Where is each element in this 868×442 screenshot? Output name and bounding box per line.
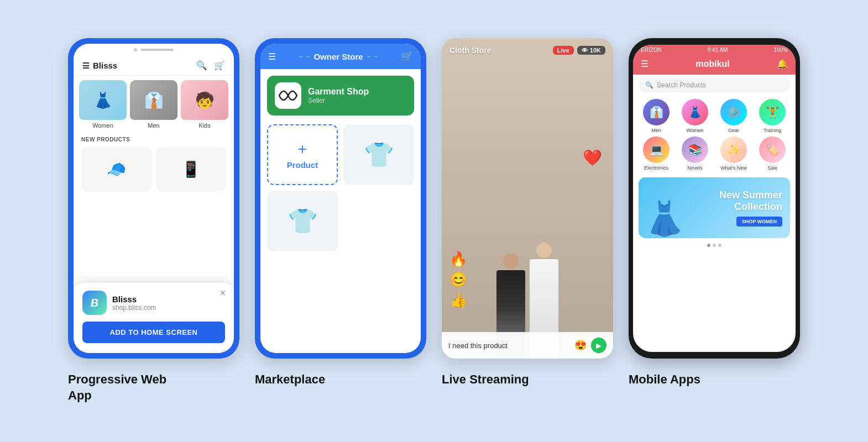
live-chat-input[interactable]: I need this product [448, 341, 570, 350]
pwa-cat-men[interactable]: 👔 Men [130, 80, 177, 129]
statusbar-line [140, 49, 174, 51]
ma-bell-icon[interactable]: 🔔 [777, 59, 788, 69]
mobileapp-phone-frame: ERIZON 9:41 AM 100% ☰ mobikul 🔔 🔍 Search… [629, 38, 800, 359]
ma-dot-2[interactable] [713, 244, 716, 247]
mp-seller-logo [275, 82, 301, 109]
ma-cat-sale[interactable]: 🏷️ Sale [755, 136, 790, 171]
pwa-add-to-home-overlay: ✕ B Blisss shop.bliss.com ADD TO HOME SC… [74, 283, 234, 353]
search-icon[interactable]: 🔍 [196, 60, 207, 71]
mp-hamburger-icon[interactable]: ☰ [268, 51, 276, 62]
ma-cat-men[interactable]: 👔 Men [639, 99, 674, 133]
ma-dot-3[interactable] [718, 244, 721, 247]
ma-cat-electronics[interactable]: 💻 Electronics [639, 136, 674, 171]
mp-products-grid: + Product 👕 👕 [260, 122, 421, 254]
mp-seller-info: Garment Shop Seller [308, 87, 369, 104]
cat-women-label: Women [79, 122, 127, 129]
emoji-fire: 🔥 [449, 251, 467, 268]
ma-banner-text: New SummerCollection SHOP WOMEN [719, 190, 782, 227]
live-chat-bar: I need this product 😍 ▶ [442, 332, 613, 359]
cart-icon[interactable]: 🛒 [214, 60, 225, 71]
feature-mobileapp: ERIZON 9:41 AM 100% ☰ mobikul 🔔 🔍 Search… [629, 38, 800, 388]
ma-banner[interactable]: 👗 New SummerCollection SHOP WOMEN [639, 177, 790, 238]
ma-cat-men-icon: 👔 [643, 99, 670, 125]
ma-cat-gear[interactable]: ⚙️ Gear [716, 99, 751, 133]
pwa-overlay-content: B Blisss shop.bliss.com [82, 291, 225, 315]
ma-header: ☰ mobikul 🔔 [633, 55, 796, 75]
marketplace-phone-inner: ☰ ←→ Owner Store ←→ 🛒 [260, 44, 421, 353]
eye-icon: 👁 [582, 47, 588, 54]
ma-carrier: ERIZON [641, 47, 662, 53]
pwa-app-name-header: Blisss [93, 61, 117, 70]
mp-header: ☰ ←→ Owner Store ←→ 🛒 [260, 44, 421, 69]
person1-head [503, 254, 519, 269]
mp-arrow-right: ←→ [367, 53, 379, 60]
ma-cat-women-label: Women [687, 128, 704, 133]
mp-add-icon: + [298, 140, 307, 158]
ma-cat-whatsnew-label: What's New [720, 165, 747, 171]
ma-dot-1[interactable] [707, 244, 710, 247]
ma-cat-sale-label: Sale [767, 165, 777, 171]
ma-cat-electronics-label: Electronics [644, 165, 668, 171]
ma-cat-electronics-icon: 💻 [643, 136, 670, 163]
mp-cart-icon[interactable]: 🛒 [401, 50, 413, 62]
overlay-app-name: Blisss [112, 294, 156, 304]
mp-add-label: Product [287, 160, 318, 170]
pwa-statusbar [74, 44, 234, 56]
mobileapp-phone-inner: ERIZON 9:41 AM 100% ☰ mobikul 🔔 🔍 Search… [633, 45, 796, 352]
person2-head [536, 243, 552, 258]
mobileapp-feature-label: Mobile Apps [629, 372, 700, 388]
emoji-thumbsup: 👍 [449, 292, 467, 309]
ma-banner-title: New SummerCollection [719, 190, 782, 213]
emoji-happy: 😊 [449, 271, 467, 288]
pwa-phone-inner: ☰ Blisss 🔍 🛒 👗 Women 👔 Men [74, 44, 234, 353]
ma-cat-training-icon: 🏋️ [759, 99, 786, 125]
live-phone-frame: Cloth Store Live 👁 10K ❤️ 🔥 😊 👍 [442, 38, 613, 359]
ma-banner-button[interactable]: SHOP WOMEN [736, 217, 782, 227]
bliss-app-icon: B [82, 291, 107, 315]
pwa-cat-kids[interactable]: 🧒 Kids [181, 80, 228, 129]
mp-seller-tag: Seller [308, 97, 369, 104]
ma-cat-gear-label: Gear [728, 128, 739, 133]
live-header: Cloth Store Live 👁 10K [449, 46, 605, 55]
ma-statusbar: ERIZON 9:41 AM 100% [633, 45, 796, 55]
mp-add-product[interactable]: + Product [267, 124, 338, 185]
pwa-header: ☰ Blisss 🔍 🛒 [74, 56, 234, 76]
pwa-phone-frame: ☰ Blisss 🔍 🛒 👗 Women 👔 Men [68, 38, 239, 359]
cat-kids-label: Kids [181, 122, 228, 129]
ma-cat-men-label: Men [651, 128, 661, 133]
tshirt-icon-1: 👕 [364, 140, 394, 169]
mp-product-card-1[interactable]: 👕 [343, 124, 414, 185]
marketplace-feature-label: Marketplace [255, 372, 325, 388]
ma-banner-figure: 👗 [644, 199, 686, 238]
overlay-close-button[interactable]: ✕ [219, 288, 226, 297]
cat-kids-img: 🧒 [181, 80, 228, 120]
hamburger-icon[interactable]: ☰ [82, 61, 90, 70]
ma-cat-women-icon: 👗 [682, 99, 708, 125]
ma-cat-whatsnew[interactable]: ✨ What's New [716, 136, 751, 171]
pwa-product-2[interactable]: 📱 [156, 147, 226, 191]
pwa-app-info: Blisss shop.bliss.com [112, 294, 156, 312]
ma-cat-training[interactable]: 🏋️ Training [755, 99, 790, 133]
feature-marketplace: ☰ ←→ Owner Store ←→ 🛒 [255, 38, 426, 388]
live-badges: Live 👁 10K [553, 46, 605, 55]
ma-categories: 👔 Men 👗 Women ⚙️ Gear 🏋️ Training [633, 96, 796, 174]
pwa-header-left: ☰ Blisss [82, 61, 117, 70]
marketplace-phone-frame: ☰ ←→ Owner Store ←→ 🛒 [255, 38, 426, 359]
ma-cat-novels-icon: 📚 [682, 136, 708, 163]
live-emojis: 🔥 😊 👍 [449, 251, 467, 309]
statusbar-dot-1 [134, 48, 137, 51]
add-to-home-button[interactable]: ADD TO HOME SCREEN [82, 322, 225, 343]
ma-cat-women[interactable]: 👗 Women [677, 99, 713, 133]
ma-search-bar[interactable]: 🔍 Search Products [639, 78, 790, 92]
live-send-button[interactable]: ▶ [591, 338, 606, 353]
ma-cat-whatsnew-icon: ✨ [720, 136, 747, 163]
ma-cat-novels[interactable]: 📚 Novels [677, 136, 713, 171]
cat-men-label: Men [130, 122, 177, 129]
mp-product-card-2[interactable]: 👕 [267, 191, 338, 251]
mp-seller-name: Garment Shop [308, 87, 369, 97]
pwa-categories: 👗 Women 👔 Men 🧒 Kids [74, 76, 234, 133]
pwa-cat-women[interactable]: 👗 Women [79, 80, 127, 129]
live-viewers: 👁 10K [577, 46, 605, 55]
ma-hamburger-icon[interactable]: ☰ [641, 59, 649, 69]
pwa-product-1[interactable]: 🧢 [81, 147, 151, 191]
